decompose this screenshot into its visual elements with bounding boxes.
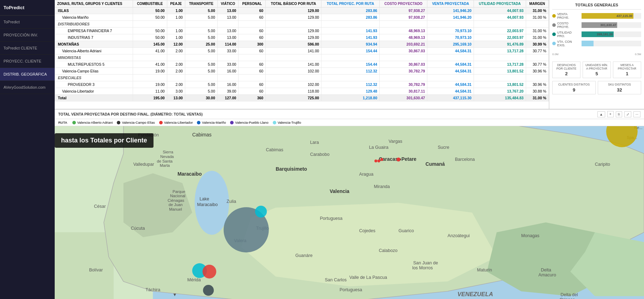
- cell-total_basico: 129.00: [266, 7, 321, 14]
- svg-text:Maracaibo: Maracaibo: [197, 202, 218, 207]
- sidebar-item-proyeccion-inv[interactable]: PROYECCIÓN INV.: [0, 29, 55, 42]
- legend-item-label: Valencia-Alberto Adriani: [77, 121, 113, 124]
- table-row: Valencia-Campo Elías19.002.005.0016.0060…: [55, 68, 549, 75]
- table-row: Valencia-Alberto Adriani41.002.005.0033.…: [55, 48, 549, 54]
- cell-margen: 30.77 %: [526, 48, 548, 54]
- cell-personal: 300: [239, 41, 266, 48]
- stat-label: DESPACHOS POR CLIENTE: [554, 63, 579, 70]
- stat2-box: SKU DISTINTOS32: [598, 81, 641, 94]
- cell-margen: 31.00 %: [526, 34, 548, 41]
- cell-transporte: 5.00: [185, 61, 217, 68]
- cell-name: Valencia-Mariño: [55, 14, 133, 21]
- cell-margen: 31.00 %: [526, 7, 548, 14]
- svg-text:San Juan de: San Juan de: [413, 260, 438, 265]
- cursor-button[interactable]: ⌖: [607, 111, 614, 117]
- cell-total_proyec: [321, 21, 380, 28]
- sidebar-item-topredict[interactable]: ToPredict: [0, 16, 55, 29]
- cell-venta: 44,584.31: [427, 61, 474, 68]
- cell-utilidad: 44,007.93: [474, 7, 526, 14]
- svg-point-78: [380, 158, 383, 161]
- legend-label: RUTA: [58, 121, 67, 124]
- cell-costo: 203,692.21: [379, 41, 427, 48]
- legend-dot: [273, 121, 276, 124]
- cell-peaje: [167, 54, 185, 61]
- cell-combustible: [133, 75, 167, 81]
- expand-button[interactable]: ⤢: [624, 111, 631, 117]
- svg-text:Bolívar: Bolívar: [89, 268, 103, 273]
- cell-combustible: 41.00: [133, 48, 167, 54]
- svg-text:Maracaibo: Maracaibo: [177, 171, 202, 177]
- cell-costo: 48,969.13: [379, 34, 427, 41]
- table-row: Valencia-Mariño50.001.005.0013.0060129.0…: [55, 14, 549, 21]
- cell-personal: [239, 75, 266, 81]
- col-header-2: PEAJE: [167, 0, 185, 7]
- axis-label-left: 0.0M: [552, 53, 559, 56]
- cell-utilidad: 13,801.52: [474, 68, 526, 75]
- legend-bar: RUTA Valencia-Alberto AdrianiValencia-Ca…: [55, 119, 644, 126]
- chart-dot: [552, 33, 556, 36]
- cell-name: Valencia-Libertador: [55, 88, 133, 95]
- legend-items: Valencia-Alberto AdrianiValencia-Campo E…: [72, 121, 301, 124]
- cell-total_proyec: 141.93: [321, 34, 380, 41]
- cell-personal: 60: [239, 7, 266, 14]
- cell-total_basico: 725.00: [266, 95, 321, 101]
- cell-name: MINORISTAS: [55, 54, 133, 61]
- svg-text:▼: ▼: [173, 292, 177, 297]
- svg-text:La Guaira: La Guaira: [369, 145, 389, 150]
- cell-name: MULTIREPUESTOS 5: [55, 61, 133, 68]
- cell-transporte: [185, 54, 217, 61]
- cell-costo: 30,782.79: [379, 68, 427, 75]
- svg-text:Mérida: Mérida: [187, 277, 201, 282]
- legend-item-label: Valencia-Campo Elías: [122, 121, 155, 124]
- sort-up-button[interactable]: ▲: [597, 111, 605, 117]
- svg-text:Lara: Lara: [310, 140, 319, 145]
- sidebar-items: ToPredictPROYECCIÓN INV.ToPredict CLIENT…: [0, 16, 55, 94]
- svg-text:Delta del: Delta del: [560, 292, 578, 297]
- chart-bar-fill: [582, 41, 594, 46]
- cell-name: DISTRIBUIDORES: [55, 21, 133, 28]
- cell-margen: 30.88 %: [526, 88, 548, 95]
- sidebar-item-topredict-cliente[interactable]: ToPredict CLIENTE: [0, 42, 55, 55]
- cell-margen: 30.77 %: [526, 61, 548, 68]
- stat2-value: 32: [600, 87, 639, 93]
- svg-text:Guanáre: Guanáre: [295, 253, 313, 258]
- stat2-label: CLIENTES DISTINTOS: [554, 83, 594, 86]
- cell-combustible: 41.00: [133, 61, 167, 68]
- svg-text:Cumaná: Cumaná: [426, 161, 445, 167]
- svg-text:Cojedes: Cojedes: [359, 228, 375, 233]
- cell-venta: 44,584.31: [427, 68, 474, 75]
- col-header-7: TOTAL PROYEC. POR RUTA: [321, 0, 380, 7]
- cell-combustible: 50.00: [133, 7, 167, 14]
- stats-grid: DESPACHOS POR CLIENTE2UNIDADES MÍN. A PR…: [552, 61, 641, 78]
- col-header-6: TOTAL BÁSICO POR RUTA: [266, 0, 321, 7]
- copy-button[interactable]: ⎘: [616, 111, 622, 117]
- table-row: ESPECIALES: [55, 75, 549, 81]
- cell-total_basico: 129.00: [266, 14, 321, 21]
- cell-viatico: 114.00: [217, 41, 239, 48]
- cell-venta: 295,169.10: [427, 41, 474, 48]
- cell-costo: 30,817.11: [379, 88, 427, 95]
- data-table-container[interactable]: ZONAS, RUTAS, GRUPOS Y CLIENTESCOMBUSTIB…: [55, 0, 549, 109]
- stat-box: UNIDADES MÍN. A PROYECTAR5: [583, 61, 611, 78]
- sidebar-item-proyecc-cliente[interactable]: PROYECC. CLIENTE: [0, 55, 55, 68]
- stat-label: UNIDADES MÍN. A PROYECTAR: [584, 63, 609, 70]
- cell-name: ESPECIALES: [55, 75, 133, 81]
- more-button[interactable]: ···: [633, 111, 640, 117]
- sidebar-item-distrib-geografica[interactable]: DISTRIB. GEOGRÁFICA: [0, 68, 55, 81]
- sidebar-item-avery[interactable]: AVeryGoodSolution.com: [0, 81, 55, 94]
- cell-peaje: 1.00: [167, 28, 185, 34]
- svg-point-84: [255, 206, 267, 217]
- col-header-4: VIÁTICO: [217, 0, 239, 7]
- stat2-box: CLIENTES DISTINTOS9: [552, 81, 596, 94]
- svg-text:Marta: Marta: [160, 163, 170, 168]
- cell-costo: 30,867.03: [379, 48, 427, 54]
- chart-bar-label: COSTO PROYE.: [557, 22, 580, 29]
- cell-total_basico: [266, 54, 321, 61]
- col-header-10: UTILIDAD PROYECTADA: [474, 0, 526, 7]
- legend-item: Valencia-Campo Elías: [117, 121, 155, 124]
- cell-total_proyec: 283.86: [321, 14, 380, 21]
- svg-text:Calabozo: Calabozo: [379, 248, 398, 253]
- map-container[interactable]: Lake Maracaibo Maracaibo Valledupar Cúcu…: [55, 126, 644, 299]
- stat2-value: 9: [554, 87, 594, 93]
- cell-utilidad: [474, 21, 526, 28]
